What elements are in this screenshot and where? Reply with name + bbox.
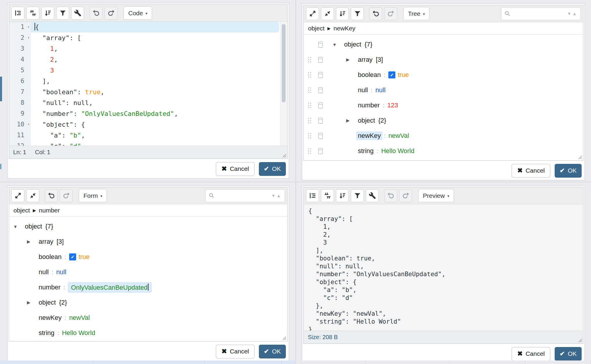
ok-button[interactable]: ✔ OK <box>259 162 286 176</box>
code-line[interactable]: 7 "boolean": true, <box>9 87 287 97</box>
redo-button[interactable] <box>60 189 73 202</box>
code-line[interactable]: 1▾{ <box>9 22 287 32</box>
code-line[interactable]: 5 3 <box>9 65 287 76</box>
collapse-all-button[interactable] <box>26 189 39 202</box>
node-label[interactable]: object <box>358 117 375 124</box>
sort-button[interactable] <box>336 7 349 20</box>
context-menu-button[interactable] <box>318 56 326 63</box>
search-prev-next-icons[interactable]: ▼▲ <box>567 11 578 16</box>
redo-button[interactable] <box>384 7 397 20</box>
cancel-button[interactable]: ✖ Cancel <box>216 345 254 358</box>
scrollbar[interactable] <box>280 22 287 146</box>
tree-row[interactable]: boolean:✓true <box>9 249 287 265</box>
field-name[interactable]: number <box>39 284 61 291</box>
field-name[interactable]: boolean <box>39 253 62 261</box>
cancel-button[interactable]: ✖ Cancel <box>512 164 550 178</box>
mode-dropdown[interactable]: Code ▾ <box>124 6 152 20</box>
repair-button[interactable] <box>71 7 84 20</box>
undo-button[interactable] <box>384 189 397 202</box>
expand-all-button[interactable] <box>11 189 24 202</box>
ok-button[interactable]: ✔ OK <box>555 164 582 178</box>
tree-row[interactable]: ▼object{7} <box>304 37 583 52</box>
mode-dropdown[interactable]: Form ▾ <box>79 189 107 202</box>
node-label[interactable]: array <box>39 238 53 245</box>
code-line[interactable]: 9 "number": "OnlyValuesCanBeUpdated", <box>9 108 287 119</box>
field-name[interactable]: number <box>358 102 380 109</box>
tree-row[interactable]: ▶array[3] <box>9 234 287 249</box>
field-value[interactable]: Hello World <box>381 147 414 155</box>
tree-row[interactable]: null:null <box>9 265 287 280</box>
filter-button[interactable] <box>56 7 69 20</box>
code-line[interactable]: 6 ], <box>9 76 287 87</box>
expand-triangle-icon[interactable]: ▶ <box>346 57 358 62</box>
field-value[interactable]: 123 <box>387 102 398 109</box>
search-input[interactable] <box>513 10 565 17</box>
field-value[interactable]: true <box>78 253 90 261</box>
fold-toggle-icon[interactable]: ▾ <box>28 119 30 130</box>
code-line[interactable]: 11 "a": "b", <box>9 130 287 141</box>
sort-button[interactable] <box>336 189 349 202</box>
node-label[interactable]: array <box>358 56 373 63</box>
field-name[interactable]: null <box>358 86 368 94</box>
node-label[interactable]: object <box>25 223 42 230</box>
ok-button[interactable]: ✔ OK <box>555 347 582 361</box>
context-menu-button[interactable] <box>318 148 326 154</box>
expand-triangle-icon[interactable]: ▶ <box>27 300 39 305</box>
expand-triangle-icon[interactable]: ▶ <box>27 239 39 244</box>
tree-row[interactable]: number:123 <box>304 98 583 113</box>
breadcrumb-root[interactable]: object <box>308 25 324 32</box>
collapse-triangle-icon[interactable]: ▼ <box>332 42 344 47</box>
compact-button[interactable] <box>26 7 39 20</box>
code-line[interactable]: 8 "null": null, <box>9 97 287 108</box>
breadcrumb-current[interactable]: number <box>39 207 60 214</box>
boolean-checkbox[interactable]: ✓ <box>69 253 76 260</box>
node-label[interactable]: object <box>344 41 361 48</box>
field-value[interactable]: OnlyValuesCanBeUpdated <box>68 282 151 293</box>
format-button[interactable] <box>306 189 319 202</box>
tree-row[interactable]: ▶object{2} <box>304 113 583 128</box>
search-prev-next-icons[interactable]: ▼▲ <box>271 193 282 198</box>
tree-row[interactable]: ▶object{2} <box>9 295 287 310</box>
cancel-button[interactable]: ✖ Cancel <box>216 162 254 176</box>
compact-button[interactable] <box>321 189 334 202</box>
field-value[interactable]: null <box>375 86 385 94</box>
redo-button[interactable] <box>399 189 412 202</box>
drag-handle-icon[interactable] <box>308 72 318 78</box>
field-value[interactable]: true <box>398 71 409 79</box>
expand-triangle-icon[interactable]: ▶ <box>346 118 358 123</box>
drag-handle-icon[interactable] <box>308 118 318 124</box>
field-value[interactable]: newVal <box>69 314 90 322</box>
undo-button[interactable] <box>90 7 103 20</box>
filter-button[interactable] <box>351 189 364 202</box>
filter-button[interactable] <box>351 7 364 20</box>
ok-button[interactable]: ✔ OK <box>259 345 286 358</box>
format-button[interactable] <box>11 7 24 20</box>
boolean-checkbox[interactable]: ✓ <box>388 71 395 78</box>
field-value[interactable]: Hello World <box>62 329 95 337</box>
tree-row[interactable]: string:Hello World <box>304 143 583 159</box>
tree-row[interactable]: string:Hello World <box>9 325 287 341</box>
field-name[interactable]: newKey <box>39 314 62 322</box>
sort-button[interactable] <box>41 7 54 20</box>
field-value[interactable]: null <box>56 268 66 276</box>
drag-handle-icon[interactable] <box>308 87 318 93</box>
code-line[interactable]: 10▾ "object": { <box>9 119 287 130</box>
context-menu-button[interactable] <box>318 87 326 94</box>
drag-handle-icon[interactable] <box>308 133 318 139</box>
mode-dropdown[interactable]: Tree ▾ <box>403 7 429 20</box>
tree-row[interactable]: ▼object{7} <box>9 219 287 234</box>
drag-handle-icon[interactable] <box>308 57 318 63</box>
tree-row[interactable]: ▶array[3] <box>304 52 583 67</box>
resize-handle-icon[interactable] <box>282 153 286 158</box>
tree-row[interactable]: boolean:✓true <box>304 67 583 83</box>
field-name[interactable]: string <box>358 147 374 155</box>
fold-toggle-icon[interactable]: ▾ <box>28 22 30 32</box>
context-menu-button[interactable] <box>318 133 326 139</box>
resize-handle-icon[interactable] <box>578 155 582 159</box>
mode-dropdown[interactable]: Preview ▾ <box>418 189 454 202</box>
repair-button[interactable] <box>366 189 379 202</box>
drag-handle-icon[interactable] <box>308 148 318 154</box>
breadcrumb-root[interactable]: object <box>13 207 30 214</box>
resize-handle-icon[interactable] <box>282 336 286 340</box>
undo-button[interactable] <box>369 7 382 20</box>
